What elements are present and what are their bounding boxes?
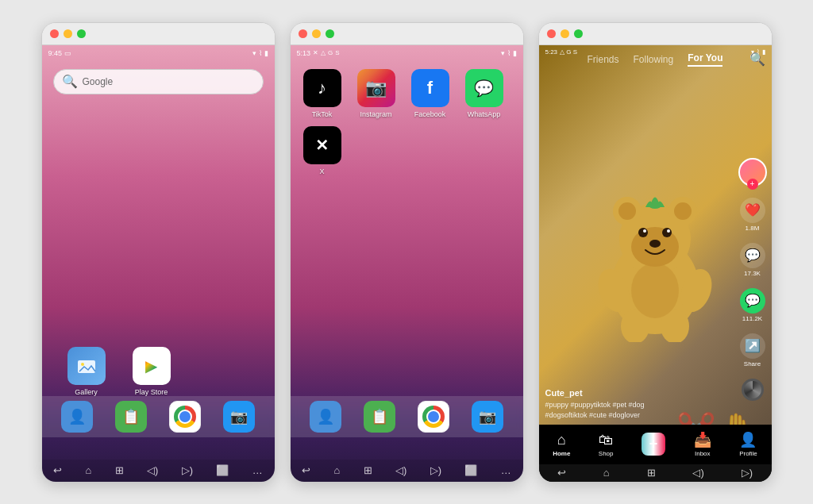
more-btn-2[interactable]: …	[501, 464, 511, 476]
comment-icon: 💬	[740, 243, 765, 268]
phone-frame-3: ✂️🤚 5:23 △ G S ▾ ⌇ ▮ Friends Following F…	[538, 22, 773, 483]
back-btn[interactable]: ↩	[53, 464, 62, 476]
svg-point-5	[618, 202, 636, 220]
svg-point-18	[631, 263, 679, 318]
instagram-app[interactable]: 📷 Instagram	[356, 69, 397, 118]
vol-down-btn[interactable]: ◁)	[147, 464, 158, 476]
signal-icon-2: ▾	[501, 49, 505, 57]
vol-down-btn-2[interactable]: ◁)	[395, 464, 406, 476]
contacts-dock-icon-2[interactable]: 👤	[310, 401, 341, 433]
wifi-icon-2: ⌇	[507, 49, 511, 57]
phone-frame-1: 9:45 ▭ ▾ ⌇ ▮ 🔍 Google	[41, 22, 275, 483]
home-btn[interactable]: ⌂	[86, 464, 92, 476]
instagram-icon: 📷	[357, 69, 395, 107]
close-dot-2[interactable]	[299, 29, 307, 38]
phone-screen-3: ✂️🤚 5:23 △ G S ▾ ⌇ ▮ Friends Following F…	[539, 45, 772, 482]
tiktok-like-action[interactable]: ❤️ 1.8M	[740, 198, 765, 232]
title-bar-3	[539, 23, 772, 45]
share-label: Share	[744, 360, 761, 367]
camera-dock-icon[interactable]: 📷	[223, 401, 255, 433]
tiktok-bottom-info: Cute_pet #puppy #puppytiktok #pet #dog#d…	[545, 388, 732, 420]
apps-btn-3[interactable]: ⊞	[647, 467, 656, 479]
chrome-icon	[174, 406, 196, 428]
more-btn[interactable]: …	[252, 464, 263, 476]
home-tab-label: Home	[553, 450, 570, 457]
tiktok-create-button[interactable]: +	[642, 433, 666, 456]
search-icon: 🔍	[62, 74, 78, 89]
gallery-app[interactable]: Gallery	[66, 347, 107, 396]
x-icon: ✕	[303, 126, 341, 164]
search-placeholder: Google	[83, 76, 114, 87]
apps-btn[interactable]: ⊞	[115, 464, 124, 476]
minimize-dot-2[interactable]	[312, 29, 321, 38]
tiktok-username: Cute_pet	[545, 388, 732, 398]
files-icon: 📋	[122, 408, 140, 425]
share-count: 111.2K	[742, 315, 762, 322]
minimize-dot[interactable]	[64, 29, 72, 38]
x-app[interactable]: ✕ X	[302, 126, 343, 175]
tiktok-signal: ▾	[751, 48, 754, 56]
maximize-dot-2[interactable]	[326, 29, 334, 38]
apps-btn-2[interactable]: ⊞	[364, 464, 372, 476]
files-dock-icon-2[interactable]: 📋	[364, 401, 395, 433]
tiktok-video-area[interactable]: ✂️🤚 5:23 △ G S ▾ ⌇ ▮ Friends Following F…	[539, 45, 772, 464]
title-bar-1	[42, 23, 275, 45]
screen-content-1: 🔍 Google Gallery	[42, 61, 275, 460]
tiktok-tab-shop[interactable]: 🛍 Shop	[599, 432, 614, 457]
tiktok-music-disc[interactable]	[742, 379, 764, 401]
comment-count: 17.3K	[744, 270, 761, 277]
camera-dock-icon-2[interactable]: 📷	[472, 401, 503, 433]
screen-btn[interactable]: ⬜	[216, 464, 229, 476]
phone-frame-2: 5:13 ✕ △ G S ▾ ⌇ ▮ ♪ TikTok	[290, 22, 524, 483]
facebook-logo: f	[427, 78, 433, 98]
inbox-tab-icon: 📥	[694, 431, 711, 448]
playstore-app[interactable]: ▶ Play Store	[131, 347, 172, 396]
tiktok-tab-profile[interactable]: 👤 Profile	[739, 431, 757, 457]
facebook-icon: f	[411, 69, 449, 107]
profile-tab-icon: 👤	[739, 431, 757, 448]
tiktok-right-sidebar: ❤️ 1.8M 💬 17.3K 💬 111.2K ↗️ Share	[738, 158, 767, 401]
maximize-dot[interactable]	[77, 29, 86, 38]
screen-btn-2[interactable]: ⬜	[464, 464, 477, 476]
tiktok-share-action[interactable]: 💬 111.2K	[740, 288, 765, 322]
playstore-icon: ▶	[145, 356, 157, 375]
back-btn-3[interactable]: ↩	[557, 467, 566, 479]
tiktok-status-bar: 5:23 △ G S ▾ ⌇ ▮	[539, 45, 772, 60]
vol-up-btn-3[interactable]: ▷)	[742, 467, 753, 479]
close-dot-3[interactable]	[547, 29, 556, 38]
chrome-dock-icon-2[interactable]	[418, 401, 449, 433]
wifi-icon: ⌇	[259, 49, 262, 57]
home-btn-2[interactable]: ⌂	[334, 464, 341, 476]
vol-down-btn-3[interactable]: ◁)	[692, 467, 703, 479]
back-btn-2[interactable]: ↩	[302, 464, 310, 476]
maximize-dot-3[interactable]	[574, 29, 583, 38]
contacts-dock-icon[interactable]: 👤	[61, 401, 93, 433]
camera-icon-2: 📷	[479, 408, 496, 425]
chrome-dock-icon[interactable]	[169, 401, 201, 433]
nav-bar-2: ↩ ⌂ ⊞ ◁) ▷) ⬜ …	[291, 460, 523, 482]
tiktok-app[interactable]: ♪ TikTok	[302, 69, 343, 118]
minimize-dot-3[interactable]	[561, 29, 569, 38]
tiktok-status-icons: △ G S	[560, 48, 577, 56]
tiktok-creator-avatar[interactable]	[738, 158, 767, 187]
vol-up-btn[interactable]: ▷)	[182, 464, 193, 476]
close-dot[interactable]	[50, 29, 59, 38]
whatsapp-app[interactable]: 💬 WhatsApp	[464, 69, 505, 118]
svg-point-12	[667, 229, 670, 233]
nav-bar-1: ↩ ⌂ ⊞ ◁) ▷) ⬜ …	[42, 460, 275, 482]
vol-up-btn-2[interactable]: ▷)	[430, 464, 441, 476]
tiktok-tab-home[interactable]: ⌂ Home	[553, 432, 570, 457]
status-triangle-icon: △	[321, 49, 326, 56]
facebook-app[interactable]: f Facebook	[410, 69, 451, 118]
playstore-label: Play Store	[135, 388, 168, 396]
tiktok-comment-action[interactable]: 💬 17.3K	[740, 243, 765, 277]
nav-bar-3: ↩ ⌂ ⊞ ◁) ▷)	[539, 464, 772, 482]
bottom-apps-row: Gallery ▶ Play Store	[66, 347, 172, 396]
svg-point-11	[643, 229, 646, 233]
tiktok-more-share-action[interactable]: ↗️ Share	[740, 333, 765, 367]
whatsapp-icon: 💬	[465, 69, 503, 107]
files-dock-icon[interactable]: 📋	[115, 401, 147, 433]
tiktok-tab-inbox[interactable]: 📥 Inbox	[694, 431, 711, 457]
google-search-bar[interactable]: 🔍 Google	[53, 69, 264, 94]
home-btn-3[interactable]: ⌂	[603, 467, 610, 479]
